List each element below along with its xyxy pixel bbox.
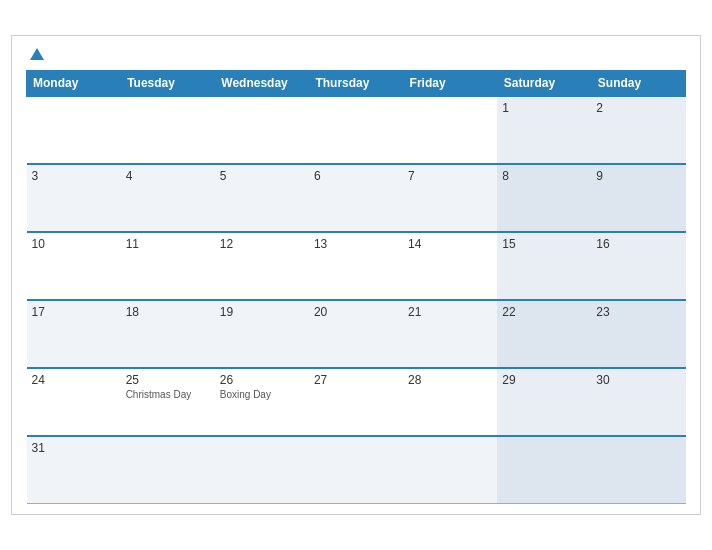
calendar-header <box>26 48 686 60</box>
calendar-cell: 6 <box>309 164 403 232</box>
calendar-cell <box>27 96 121 164</box>
calendar-cell: 15 <box>497 232 591 300</box>
day-number: 28 <box>408 373 492 387</box>
calendar-container: MondayTuesdayWednesdayThursdayFridaySatu… <box>11 35 701 516</box>
day-number: 26 <box>220 373 304 387</box>
calendar-cell: 29 <box>497 368 591 436</box>
calendar-cell: 21 <box>403 300 497 368</box>
week-row-3: 10111213141516 <box>27 232 686 300</box>
calendar-cell: 22 <box>497 300 591 368</box>
day-number: 8 <box>502 169 586 183</box>
day-number: 18 <box>126 305 210 319</box>
day-number: 17 <box>32 305 116 319</box>
calendar-cell: 8 <box>497 164 591 232</box>
calendar-cell: 27 <box>309 368 403 436</box>
calendar-cell: 25Christmas Day <box>121 368 215 436</box>
week-row-2: 3456789 <box>27 164 686 232</box>
day-number: 30 <box>596 373 680 387</box>
calendar-cell: 28 <box>403 368 497 436</box>
day-number: 5 <box>220 169 304 183</box>
day-number: 1 <box>502 101 586 115</box>
calendar-cell: 9 <box>591 164 685 232</box>
day-number: 23 <box>596 305 680 319</box>
calendar-cell: 12 <box>215 232 309 300</box>
week-row-6: 31 <box>27 436 686 504</box>
calendar-cell: 18 <box>121 300 215 368</box>
calendar-cell <box>309 96 403 164</box>
day-number: 3 <box>32 169 116 183</box>
calendar-cell: 19 <box>215 300 309 368</box>
weekday-header-tuesday: Tuesday <box>121 70 215 96</box>
holiday-label: Christmas Day <box>126 389 210 400</box>
logo-blue-text <box>26 48 44 60</box>
day-number: 7 <box>408 169 492 183</box>
calendar-cell: 1 <box>497 96 591 164</box>
day-number: 24 <box>32 373 116 387</box>
day-number: 12 <box>220 237 304 251</box>
calendar-cell <box>403 96 497 164</box>
logo <box>26 48 44 60</box>
weekday-header-row: MondayTuesdayWednesdayThursdayFridaySatu… <box>27 70 686 96</box>
calendar-cell: 31 <box>27 436 121 504</box>
calendar-cell: 23 <box>591 300 685 368</box>
day-number: 9 <box>596 169 680 183</box>
holiday-label: Boxing Day <box>220 389 304 400</box>
calendar-cell: 30 <box>591 368 685 436</box>
day-number: 4 <box>126 169 210 183</box>
calendar-cell: 5 <box>215 164 309 232</box>
calendar-cell: 26Boxing Day <box>215 368 309 436</box>
calendar-cell: 7 <box>403 164 497 232</box>
calendar-cell <box>591 436 685 504</box>
day-number: 31 <box>32 441 116 455</box>
day-number: 20 <box>314 305 398 319</box>
day-number: 10 <box>32 237 116 251</box>
calendar-cell: 4 <box>121 164 215 232</box>
day-number: 13 <box>314 237 398 251</box>
day-number: 14 <box>408 237 492 251</box>
calendar-cell <box>497 436 591 504</box>
calendar-cell: 20 <box>309 300 403 368</box>
day-number: 19 <box>220 305 304 319</box>
day-number: 25 <box>126 373 210 387</box>
logo-triangle-icon <box>30 48 44 60</box>
calendar-cell <box>403 436 497 504</box>
calendar-cell: 13 <box>309 232 403 300</box>
day-number: 15 <box>502 237 586 251</box>
calendar-cell: 10 <box>27 232 121 300</box>
weekday-header-thursday: Thursday <box>309 70 403 96</box>
calendar-cell: 24 <box>27 368 121 436</box>
calendar-cell <box>121 436 215 504</box>
day-number: 6 <box>314 169 398 183</box>
day-number: 29 <box>502 373 586 387</box>
day-number: 16 <box>596 237 680 251</box>
week-row-1: 12 <box>27 96 686 164</box>
calendar-cell: 3 <box>27 164 121 232</box>
weekday-header-wednesday: Wednesday <box>215 70 309 96</box>
calendar-cell <box>215 96 309 164</box>
calendar-cell: 16 <box>591 232 685 300</box>
week-row-5: 2425Christmas Day26Boxing Day27282930 <box>27 368 686 436</box>
weekday-header-friday: Friday <box>403 70 497 96</box>
week-row-4: 17181920212223 <box>27 300 686 368</box>
calendar-table: MondayTuesdayWednesdayThursdayFridaySatu… <box>26 70 686 505</box>
calendar-cell: 14 <box>403 232 497 300</box>
calendar-cell <box>121 96 215 164</box>
day-number: 2 <box>596 101 680 115</box>
calendar-cell: 2 <box>591 96 685 164</box>
calendar-cell <box>215 436 309 504</box>
calendar-cell: 17 <box>27 300 121 368</box>
weekday-header-saturday: Saturday <box>497 70 591 96</box>
weekday-header-monday: Monday <box>27 70 121 96</box>
day-number: 27 <box>314 373 398 387</box>
calendar-cell <box>309 436 403 504</box>
weekday-header-sunday: Sunday <box>591 70 685 96</box>
day-number: 21 <box>408 305 492 319</box>
day-number: 22 <box>502 305 586 319</box>
day-number: 11 <box>126 237 210 251</box>
calendar-cell: 11 <box>121 232 215 300</box>
